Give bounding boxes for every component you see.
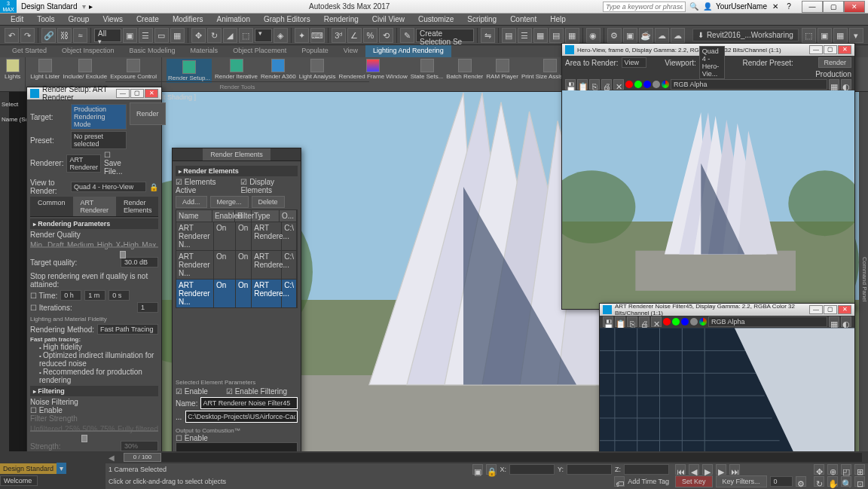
- render-setup-button[interactable]: ⚙: [607, 28, 622, 43]
- prev-frame-icon[interactable]: ◀: [689, 464, 699, 475]
- lights-button[interactable]: Lights: [5, 59, 20, 80]
- timeline-start-icon[interactable]: ◀: [108, 454, 115, 462]
- menu-customize[interactable]: Customize: [412, 15, 460, 23]
- dlg-min-button[interactable]: —: [809, 45, 823, 54]
- preset-select[interactable]: No preset selected: [71, 131, 127, 149]
- percent-snap-button[interactable]: %: [363, 28, 377, 43]
- menu-content[interactable]: Content: [504, 15, 542, 23]
- tab-art-renderer[interactable]: ART Renderer: [73, 197, 117, 216]
- include-exclude-button[interactable]: Include/ Exclude: [63, 59, 108, 80]
- combustion-enable-check[interactable]: Enable: [176, 434, 298, 442]
- search-icon[interactable]: 🔍: [689, 2, 699, 12]
- timeline-frame-marker[interactable]: 0 / 100: [124, 453, 161, 462]
- isolate-icon[interactable]: ▣: [472, 464, 483, 475]
- play-icon[interactable]: ▶: [702, 464, 713, 475]
- dlg-max-button[interactable]: ▢: [824, 305, 837, 314]
- lock-icon[interactable]: 🔒: [486, 464, 497, 475]
- menu-modifiers[interactable]: Modifiers: [167, 15, 209, 23]
- spinner-snap-button[interactable]: ⟲: [379, 28, 393, 43]
- rfw2-titlebar[interactable]: ART Renderer Noise Filter45, Display Gam…: [600, 304, 854, 316]
- clone-icon[interactable]: ⎘: [627, 316, 637, 327]
- qat-icon[interactable]: ▸: [86, 2, 96, 12]
- file-ref-box[interactable]: ⬇ Revit2016_...Worksharing: [692, 29, 799, 41]
- z-input[interactable]: [624, 464, 669, 475]
- rtab-basic-modeling[interactable]: Basic Modeling: [122, 45, 183, 57]
- sep-filter-check[interactable]: Enable Filtering: [226, 387, 287, 396]
- channel-select[interactable]: RGB Alpha: [708, 316, 827, 327]
- table-row[interactable]: ART Renderer N...OnOnART Rendere...C:\: [176, 251, 298, 280]
- menu-civil-view[interactable]: Civil View: [366, 15, 411, 23]
- iterations-value[interactable]: 1: [137, 302, 158, 313]
- select-name-button[interactable]: ☰: [139, 28, 153, 43]
- vp-nav-4-icon[interactable]: ⊞: [854, 464, 865, 475]
- undo-button[interactable]: ↶: [5, 28, 19, 43]
- render-prod-button[interactable]: ☕: [639, 28, 653, 43]
- frame-input[interactable]: [770, 476, 793, 487]
- copy-icon[interactable]: 📋: [577, 79, 588, 90]
- re-tab[interactable]: Render Elements: [203, 148, 270, 160]
- toggle-icon[interactable]: ◐: [841, 79, 851, 90]
- tb-icon-3[interactable]: ▦: [833, 28, 848, 43]
- menu-animation[interactable]: Animation: [210, 15, 255, 23]
- rtab-populate[interactable]: Populate: [294, 45, 336, 57]
- timeline-slider[interactable]: 0 / 100: [124, 453, 862, 462]
- key-filters-button[interactable]: Key Filters...: [716, 475, 767, 487]
- redo-button[interactable]: ↷: [20, 28, 35, 43]
- filtering-header[interactable]: Filtering: [30, 386, 158, 396]
- unlink-button[interactable]: ⛓: [57, 28, 72, 43]
- rtab-view[interactable]: View: [336, 45, 365, 57]
- rtab-object-inspection[interactable]: Object Inspection: [54, 45, 122, 57]
- renderer-select[interactable]: ART Renderer: [66, 154, 101, 173]
- print-icon[interactable]: 🖨: [601, 79, 612, 90]
- y-input[interactable]: [567, 464, 612, 475]
- green-channel-icon[interactable]: [634, 81, 642, 88]
- time-tag-icon[interactable]: 🏷: [614, 476, 625, 487]
- keyboard-button[interactable]: ⌨: [310, 28, 325, 43]
- rgb-channel-icon[interactable]: [699, 318, 707, 325]
- elements-active-check[interactable]: Elements Active: [176, 178, 228, 194]
- clear-icon[interactable]: ✕: [613, 79, 624, 90]
- display-elements-check[interactable]: Display Elements: [240, 178, 298, 194]
- menu-rendering[interactable]: Rendering: [318, 15, 365, 23]
- render-a360-button-ribbon[interactable]: Render A360: [261, 59, 296, 83]
- tb-icon-1[interactable]: ⬚: [802, 28, 816, 43]
- select-button[interactable]: ▣: [123, 28, 137, 43]
- tab-common[interactable]: Common: [30, 197, 73, 216]
- menu-scripting[interactable]: Scripting: [461, 15, 503, 23]
- time-s[interactable]: 0 s: [108, 290, 130, 301]
- vp-nav-2-icon[interactable]: ⊕: [827, 464, 838, 475]
- command-panel-strip[interactable]: Command Panel: [859, 92, 868, 451]
- dlg-max-button[interactable]: ▢: [130, 89, 144, 98]
- clone-icon[interactable]: ⎘: [589, 79, 600, 90]
- rtab-get-started[interactable]: Get Started: [5, 45, 54, 57]
- render-setup-titlebar[interactable]: Render Setup: ART Renderer —▢✕: [27, 87, 161, 99]
- vp-nav-8-icon[interactable]: ⊡: [854, 476, 865, 487]
- vp-nav-5-icon[interactable]: ↻: [814, 476, 824, 487]
- vp-nav-7-icon[interactable]: 🔍: [841, 476, 851, 487]
- render-cloud-button[interactable]: ☁: [671, 28, 685, 43]
- red-channel-icon[interactable]: [663, 318, 671, 325]
- tb-icon-4[interactable]: ▾: [849, 28, 863, 43]
- alpha-channel-icon[interactable]: [653, 81, 660, 88]
- ref-coord[interactable]: ▾: [255, 29, 272, 42]
- menu-help[interactable]: Help: [544, 15, 572, 23]
- dlg-min-button[interactable]: —: [116, 89, 130, 98]
- element-name-input[interactable]: [200, 397, 298, 409]
- red-channel-icon[interactable]: [625, 81, 633, 88]
- rgb-channel-icon[interactable]: [662, 81, 669, 88]
- vp-select[interactable]: Quad 4 - Hero-Vie...: [699, 46, 725, 79]
- add-button[interactable]: Add...: [176, 196, 207, 208]
- vp-nav-3-icon[interactable]: ◰: [841, 464, 851, 475]
- dlg-close-button[interactable]: ✕: [838, 305, 851, 314]
- dlg-max-button[interactable]: ▢: [824, 45, 837, 54]
- light-lister-button[interactable]: Light Lister: [30, 59, 60, 80]
- goto-end-icon[interactable]: ⏭: [729, 464, 740, 475]
- schematic-button[interactable]: ▦: [565, 28, 579, 43]
- rtab-materials[interactable]: Materials: [183, 45, 226, 57]
- quality-slider[interactable]: [30, 246, 158, 248]
- named-sel-button[interactable]: ✎: [400, 28, 414, 43]
- area-select[interactable]: View: [622, 57, 647, 68]
- snap-button[interactable]: 3ᵈ: [332, 28, 346, 43]
- save-file-check[interactable]: Save File...: [104, 151, 127, 176]
- element-path-input[interactable]: [185, 411, 298, 423]
